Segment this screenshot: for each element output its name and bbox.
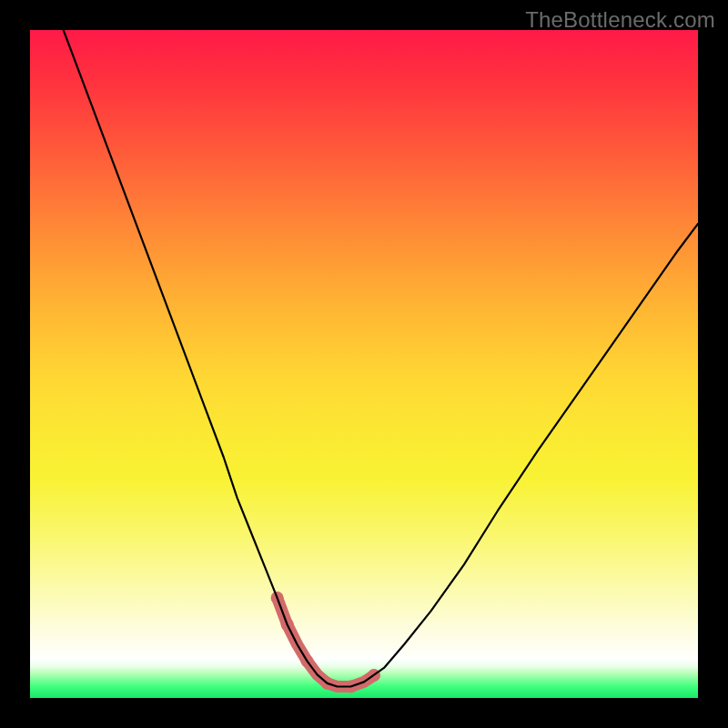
plot-area bbox=[30, 30, 698, 698]
bottleneck-optimal-segment bbox=[278, 598, 374, 687]
watermark-text: TheBottleneck.com bbox=[525, 7, 715, 33]
bottleneck-curve bbox=[64, 30, 698, 687]
chart-frame: TheBottleneck.com bbox=[0, 0, 728, 728]
chart-svg bbox=[30, 30, 698, 698]
